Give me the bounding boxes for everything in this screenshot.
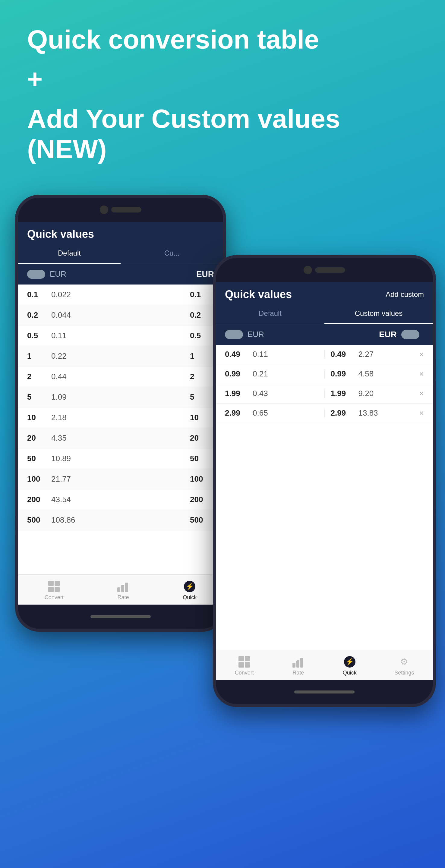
table-row: 200 43.54 200 <box>18 490 223 510</box>
table-row: 0.1 0.022 0.1 <box>18 284 223 305</box>
table-row: 50 10.89 50 <box>18 448 223 469</box>
table-row: 2.99 0.65 2.99 13.83 × <box>216 404 433 423</box>
nav-rate-2-label: Rate <box>292 670 304 676</box>
phone-2: Quick values Add custom Default Custom v… <box>213 255 436 707</box>
table-row: 1.99 0.43 1.99 9.20 × <box>216 384 433 404</box>
phone-1-tab-custom[interactable]: Cu... <box>121 244 223 264</box>
rate-icon <box>116 580 130 593</box>
phone-1-currency-row: EUR EUR <box>18 264 223 284</box>
table-row: 1 0.22 1 <box>18 346 223 367</box>
phone-1-tab-default[interactable]: Default <box>18 244 121 264</box>
phone-2-speaker <box>315 267 345 273</box>
rate-icon-2 <box>292 655 305 669</box>
hero-plus: + <box>27 64 418 94</box>
phone-2-tabs: Default Custom values <box>216 304 433 324</box>
phone-2-table: 0.49 0.11 0.49 2.27 × 0.99 0.21 <box>216 345 433 650</box>
nav-quick-label: Quick <box>183 594 197 601</box>
phone-1-toggle[interactable] <box>27 270 45 279</box>
hero-title: Quick conversion table <box>27 24 418 55</box>
phone-1-screen: Quick values Default Cu... EUR EUR 0.1 <box>18 222 223 604</box>
phone-2-bottom <box>216 680 433 704</box>
nav-convert-2-label: Convert <box>235 670 254 676</box>
nav-quick-2[interactable]: ⚡ Quick <box>343 655 357 676</box>
phone-1-currency-to: EUR <box>196 270 214 279</box>
table-row: 0.2 0.044 0.2 <box>18 305 223 326</box>
hero-section: Quick conversion table + Add Your Custom… <box>0 0 445 183</box>
table-row: 0.49 0.11 0.49 2.27 × <box>216 345 433 364</box>
phone-2-notch <box>216 258 433 282</box>
phone-2-currency-row: EUR EUR <box>216 324 433 345</box>
phone-1-table: 0.1 0.022 0.1 0.2 0.044 0.2 0.5 0.11 0.5 <box>18 284 223 575</box>
phone-2-home-bar <box>294 690 355 693</box>
phone-2-currency-to: EUR <box>379 330 397 339</box>
nav-convert-label: Convert <box>44 594 64 601</box>
nav-rate-label: Rate <box>117 594 129 601</box>
phone-2-app-title: Quick values <box>225 288 292 301</box>
phones-container: Quick values Default Cu... EUR EUR 0.1 <box>0 195 445 767</box>
nav-convert-2[interactable]: Convert <box>235 655 254 676</box>
phone-2-tab-default[interactable]: Default <box>216 304 324 324</box>
phone-1-camera <box>100 206 108 214</box>
settings-icon-2: ⚙ <box>398 655 411 669</box>
nav-convert[interactable]: Convert <box>44 580 64 601</box>
table-row: 20 4.35 20 <box>18 428 223 448</box>
phone-1-home-bar <box>90 615 151 618</box>
phone-2-app-header: Quick values Add custom <box>216 282 433 304</box>
nav-settings-2[interactable]: ⚙ Settings <box>394 655 414 676</box>
quick-icon: ⚡ <box>183 580 196 593</box>
phone-2-toggle-right[interactable] <box>401 330 419 339</box>
phone-1-speaker <box>111 207 141 213</box>
convert-icon-2 <box>238 655 251 669</box>
phone-2-camera <box>304 266 312 274</box>
table-row: 5 1.09 5 <box>18 387 223 407</box>
table-row: 2 0.44 2 <box>18 367 223 387</box>
table-row: 500 108.86 500 <box>18 510 223 530</box>
phone-2-screen: Quick values Add custom Default Custom v… <box>216 282 433 680</box>
phone-1-notch <box>18 198 223 222</box>
phone-2-currency-from: EUR <box>247 330 264 339</box>
nav-quick[interactable]: ⚡ Quick <box>183 580 197 601</box>
table-row: 0.99 0.21 0.99 4.58 × <box>216 364 433 384</box>
nav-rate[interactable]: Rate <box>116 580 130 601</box>
phone-1-currency-from: EUR <box>50 270 66 279</box>
phone-1-bottom <box>18 604 223 629</box>
phone-1-app-header: Quick values <box>18 222 223 244</box>
phone-2-add-custom-btn[interactable]: Add custom <box>386 290 424 299</box>
phone-2-tab-custom[interactable]: Custom values <box>324 304 433 324</box>
nav-quick-2-label: Quick <box>343 670 357 676</box>
phone-1: Quick values Default Cu... EUR EUR 0.1 <box>15 195 226 632</box>
convert-icon <box>47 580 61 593</box>
phone-2-toggle-left[interactable] <box>225 330 243 339</box>
phone-2-bottom-nav: Convert Rate <box>216 650 433 680</box>
nav-rate-2[interactable]: Rate <box>292 655 305 676</box>
phone-1-app-title: Quick values <box>27 228 94 241</box>
nav-settings-2-label: Settings <box>394 670 414 676</box>
table-row: 10 2.18 10 <box>18 407 223 428</box>
quick-icon-2: ⚡ <box>343 655 356 669</box>
table-row: 0.5 0.11 0.5 <box>18 326 223 346</box>
phone-1-bottom-nav: Convert Rate <box>18 575 223 604</box>
phone-1-tabs: Default Cu... <box>18 244 223 264</box>
hero-subtitle: Add Your Custom values (NEW) <box>27 103 418 164</box>
table-row: 100 21.77 100 <box>18 469 223 490</box>
